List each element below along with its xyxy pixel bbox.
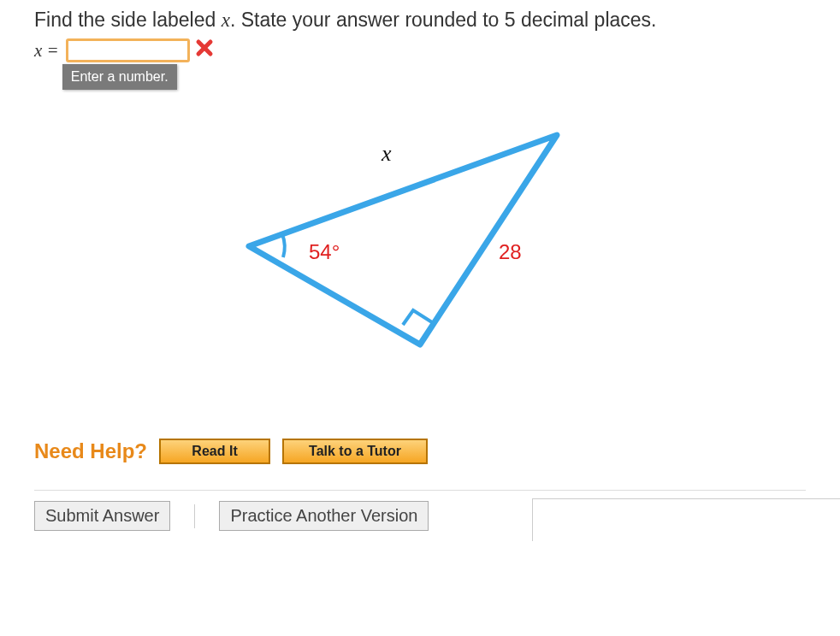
need-help-label: Need Help?: [34, 439, 147, 463]
bottom-row: Submit Answer Practice Another Version: [34, 490, 806, 541]
help-row: Need Help? Read It Talk to a Tutor: [34, 439, 806, 464]
angle-label: 54°: [309, 240, 340, 263]
question-var: x: [222, 9, 230, 31]
talk-tutor-button[interactable]: Talk to a Tutor: [282, 439, 428, 464]
side-panel: [532, 498, 840, 541]
question-text: Find the side labeled x. State your answ…: [34, 9, 806, 32]
question-prefix: Find the side labeled: [34, 9, 222, 31]
triangle-diagram: x 54° 28: [223, 114, 617, 362]
separator: [194, 504, 195, 528]
answer-row: x = Enter a number.: [34, 38, 806, 62]
known-side-label: 28: [499, 240, 522, 263]
wrong-icon: [195, 38, 214, 57]
answer-tooltip: Enter a number.: [62, 64, 177, 90]
angle-arc: [282, 234, 285, 257]
answer-input[interactable]: [66, 38, 190, 62]
right-angle-icon: [403, 310, 432, 325]
side-x-label: x: [381, 141, 392, 166]
practice-button[interactable]: Practice Another Version: [219, 501, 429, 531]
read-it-button[interactable]: Read It: [159, 439, 270, 464]
answer-var-label: x =: [34, 38, 59, 62]
diagram: x 54° 28: [34, 114, 806, 362]
submit-button[interactable]: Submit Answer: [34, 501, 170, 531]
question-suffix: . State your answer rounded to 5 decimal…: [230, 9, 657, 31]
